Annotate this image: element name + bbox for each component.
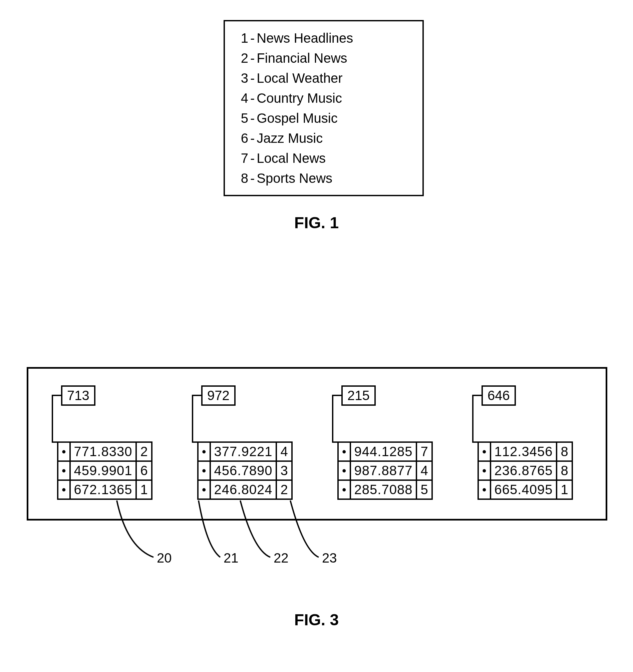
- fig1-item-label: Gospel Music: [257, 111, 337, 125]
- fig1-item: 2-Financial News: [238, 48, 409, 68]
- phone-cell: 944.1285: [350, 442, 417, 461]
- fig1-item-num: 4: [238, 88, 248, 108]
- bullet-icon: •: [478, 480, 490, 499]
- category-code-cell: 2: [276, 480, 292, 499]
- category-code-cell: 2: [136, 442, 151, 461]
- table-row: •459.99016: [58, 461, 152, 480]
- fig1-item-num: 6: [238, 128, 248, 148]
- entries-table: •771.83302 •459.99016 •672.13651: [57, 441, 152, 500]
- bullet-icon: •: [478, 442, 490, 461]
- entries-table: •112.34568 •236.87658 •665.40951: [478, 441, 573, 500]
- bracket-icon: [192, 395, 193, 441]
- fig1-item: 7-Local News: [238, 148, 409, 168]
- phone-cell: 377.9221: [210, 442, 277, 461]
- bullet-icon: •: [478, 461, 490, 480]
- table-row: •112.34568: [478, 442, 572, 461]
- reference-number-21: 21: [224, 551, 239, 566]
- reference-number-20: 20: [157, 551, 172, 566]
- bracket-icon: [472, 395, 473, 441]
- bullet-icon: •: [58, 461, 70, 480]
- area-code-box: 713: [61, 385, 95, 406]
- category-code-cell: 1: [136, 480, 151, 499]
- table-row: •665.40951: [478, 480, 572, 499]
- area-code-box: 215: [341, 385, 376, 406]
- fig1-item: 3-Local Weather: [238, 68, 409, 88]
- phone-cell: 246.8024: [210, 480, 277, 499]
- phone-cell: 672.1365: [70, 480, 137, 499]
- table-row: •987.88774: [338, 461, 432, 480]
- table-row: •771.83302: [58, 442, 152, 461]
- fig1-item-label: Local Weather: [257, 71, 342, 86]
- phone-cell: 771.8330: [70, 442, 137, 461]
- fig1-item: 5-Gospel Music: [238, 108, 409, 128]
- fig1-item-label: Financial News: [257, 51, 347, 65]
- fig1-item-label: Local News: [257, 151, 326, 166]
- bracket-icon: [52, 395, 62, 396]
- category-code-cell: 7: [416, 442, 432, 461]
- bullet-icon: •: [198, 442, 210, 461]
- fig3-caption: FIG. 3: [0, 610, 633, 629]
- area-code-box: 646: [482, 385, 516, 406]
- bracket-icon: [332, 395, 333, 441]
- bullet-icon: •: [198, 461, 210, 480]
- bullet-icon: •: [58, 480, 70, 499]
- table-row: •456.78903: [198, 461, 292, 480]
- category-code-cell: 1: [557, 480, 572, 499]
- fig1-item-num: 1: [238, 28, 248, 48]
- fig1-category-list-box: 1-News Headlines 2-Financial News 3-Loca…: [224, 20, 424, 196]
- phone-cell: 456.7890: [210, 461, 277, 480]
- area-code-box: 972: [201, 385, 236, 406]
- table-row: •672.13651: [58, 480, 152, 499]
- fig1-item-label: News Headlines: [257, 31, 353, 45]
- phone-cell: 665.4095: [490, 480, 557, 499]
- phone-cell: 285.7088: [350, 480, 417, 499]
- category-code-cell: 6: [136, 461, 151, 480]
- bracket-icon: [472, 395, 482, 396]
- fig1-item: 6-Jazz Music: [238, 128, 409, 148]
- bullet-icon: •: [338, 480, 350, 499]
- bullet-icon: •: [338, 442, 350, 461]
- fig1-item-label: Sports News: [257, 171, 332, 186]
- fig1-item-num: 3: [238, 68, 248, 88]
- table-row: •944.12857: [338, 442, 432, 461]
- table-row: •285.70885: [338, 480, 432, 499]
- fig1-item-num: 2: [238, 48, 248, 68]
- fig1-item: 8-Sports News: [238, 168, 409, 188]
- table-row: •246.80242: [198, 480, 292, 499]
- entries-table: •377.92214 •456.78903 •246.80242: [197, 441, 293, 500]
- fig1-item-num: 5: [238, 108, 248, 128]
- entries-table: •944.12857 •987.88774 •285.70885: [337, 441, 433, 500]
- bullet-icon: •: [198, 480, 210, 499]
- bracket-icon: [332, 395, 342, 396]
- fig1-item-num: 8: [238, 168, 248, 188]
- reference-number-23: 23: [322, 551, 337, 566]
- fig1-item-label: Jazz Music: [257, 131, 323, 145]
- fig1-caption: FIG. 1: [0, 214, 633, 232]
- bullet-icon: •: [58, 442, 70, 461]
- reference-number-22: 22: [274, 551, 289, 566]
- fig1-item: 4-Country Music: [238, 88, 409, 108]
- bracket-icon: [52, 395, 53, 441]
- phone-cell: 459.9901: [70, 461, 137, 480]
- fig3-outer-box: 713 •771.83302 •459.99016 •672.13651 972…: [27, 367, 607, 521]
- phone-cell: 112.3456: [490, 442, 557, 461]
- bracket-icon: [192, 395, 202, 396]
- category-code-cell: 3: [276, 461, 292, 480]
- category-code-cell: 5: [416, 480, 432, 499]
- category-code-cell: 4: [416, 461, 432, 480]
- category-code-cell: 8: [557, 442, 572, 461]
- category-code-cell: 4: [276, 442, 292, 461]
- phone-cell: 236.8765: [490, 461, 557, 480]
- table-row: •236.87658: [478, 461, 572, 480]
- fig1-item: 1-News Headlines: [238, 28, 409, 48]
- fig1-item-label: Country Music: [257, 91, 342, 105]
- bullet-icon: •: [338, 461, 350, 480]
- phone-cell: 987.8877: [350, 461, 417, 480]
- category-code-cell: 8: [557, 461, 572, 480]
- table-row: •377.92214: [198, 442, 292, 461]
- fig1-item-num: 7: [238, 148, 248, 168]
